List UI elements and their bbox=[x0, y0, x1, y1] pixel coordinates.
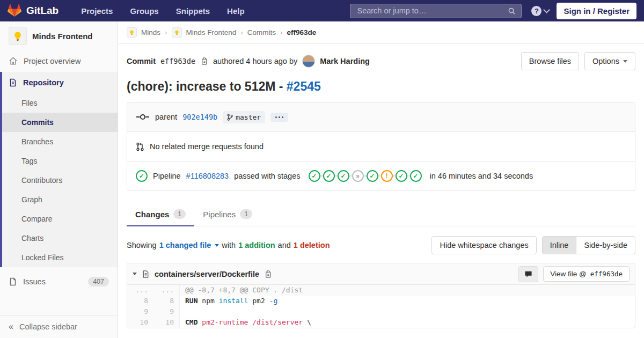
collapse-sidebar-label: Collapse sidebar bbox=[19, 322, 77, 331]
sidebar-item-label: Issues bbox=[23, 277, 46, 286]
inline-view-button[interactable]: Inline bbox=[542, 236, 577, 254]
pipeline-stage-passed-icon[interactable]: ✓ bbox=[309, 170, 320, 182]
sidebar-item-charts[interactable]: Charts bbox=[2, 229, 118, 248]
diff-file-path[interactable]: containers/server/Dockerfile bbox=[155, 270, 259, 278]
new-line-number[interactable]: ... bbox=[153, 285, 180, 296]
tab-changes[interactable]: Changes1 bbox=[127, 203, 194, 226]
sidebar-item-project-overview[interactable]: Project overview bbox=[0, 50, 118, 72]
commit-icon bbox=[136, 113, 150, 121]
sidebar-item-commits[interactable]: Commits bbox=[2, 113, 118, 132]
author-avatar[interactable] bbox=[302, 55, 315, 68]
author-name[interactable]: Mark Harding bbox=[320, 57, 370, 65]
home-icon bbox=[9, 56, 18, 65]
comment-icon bbox=[524, 270, 532, 278]
stage-connector bbox=[349, 175, 352, 177]
side-by-side-view-button[interactable]: Side-by-side bbox=[576, 236, 635, 254]
stage-connector bbox=[364, 175, 367, 177]
expand-branches-button[interactable] bbox=[270, 113, 288, 122]
issue-link[interactable]: #2545 bbox=[287, 79, 321, 93]
diff-row: ......@@ -8,7 +8,7 @@ COPY . /dist bbox=[127, 285, 635, 296]
commit-label: Commit bbox=[127, 57, 156, 65]
options-button[interactable]: Options bbox=[584, 52, 635, 70]
pipeline-stage-passed-icon[interactable]: ✓ bbox=[323, 170, 335, 182]
old-line-number[interactable]: 10 bbox=[127, 317, 153, 328]
pipeline-stage-passed-icon[interactable]: ✓ bbox=[367, 170, 378, 182]
tabs: Changes1Pipelines1 bbox=[127, 203, 635, 226]
sidebar-item-tags[interactable]: Tags bbox=[2, 151, 118, 171]
changed-files-dropdown[interactable]: 1 changed file bbox=[159, 241, 211, 249]
sidebar-item-issues[interactable]: Issues 407 bbox=[0, 270, 118, 293]
copy-path-button[interactable] bbox=[264, 270, 272, 278]
pipeline-stage-skipped-icon[interactable]: » bbox=[352, 170, 364, 182]
parent-sha-link[interactable]: 902e149b bbox=[182, 113, 217, 121]
commit-header: Commit eff963de authored 4 hours ago by … bbox=[127, 52, 635, 70]
tab-pipelines[interactable]: Pipelines1 bbox=[194, 203, 261, 226]
hide-whitespace-button[interactable]: Hide whitespace changes bbox=[431, 236, 536, 254]
nav-link-projects[interactable]: Projects bbox=[81, 6, 113, 16]
sidebar-item-contributors[interactable]: Contributors bbox=[2, 171, 118, 190]
tanuki-icon bbox=[8, 4, 21, 18]
sidebar-item-compare[interactable]: Compare bbox=[2, 209, 118, 229]
sidebar-item-branches[interactable]: Branches bbox=[2, 132, 118, 151]
search-input[interactable] bbox=[356, 6, 508, 16]
diff-file: containers/server/Dockerfile bbox=[127, 263, 635, 328]
breadcrumb-current: eff963de bbox=[287, 28, 317, 36]
pipeline-stage-passed-icon[interactable]: ✓ bbox=[338, 170, 349, 182]
search-box[interactable] bbox=[350, 4, 522, 18]
new-line-number[interactable]: 10 bbox=[153, 317, 180, 328]
sidebar-item-locked-files[interactable]: Locked Files bbox=[2, 248, 118, 267]
merge-request-icon bbox=[136, 142, 144, 151]
old-line-number[interactable]: ... bbox=[127, 285, 153, 296]
pipeline-stage-warning-icon[interactable]: ! bbox=[381, 170, 393, 182]
issues-icon bbox=[9, 277, 17, 286]
sidebar-item-files[interactable]: Files bbox=[2, 93, 118, 113]
help-menu[interactable]: ? bbox=[531, 6, 549, 16]
nav-link-groups[interactable]: Groups bbox=[130, 6, 158, 16]
diff-code-line bbox=[180, 306, 635, 317]
changed-files-label: 1 changed file bbox=[159, 241, 211, 249]
pipeline-stage-passed-icon[interactable]: ✓ bbox=[410, 170, 422, 182]
new-line-number[interactable]: 9 bbox=[153, 306, 180, 317]
old-line-number[interactable]: 9 bbox=[127, 306, 153, 317]
toggle-comments-button[interactable] bbox=[518, 266, 538, 282]
pipeline-id-link[interactable]: #116808283 bbox=[186, 172, 229, 180]
stage-connector bbox=[320, 175, 323, 177]
collapse-sidebar-button[interactable]: « Collapse sidebar bbox=[0, 315, 118, 338]
breadcrumb-separator: › bbox=[280, 28, 283, 36]
breadcrumb-link-minds[interactable]: Minds bbox=[141, 28, 160, 36]
gitlab-logo[interactable]: GitLab bbox=[8, 4, 58, 18]
pipeline-stage-passed-icon[interactable]: ✓ bbox=[396, 170, 407, 182]
new-line-number[interactable]: 8 bbox=[153, 296, 180, 306]
repository-section: Repository FilesCommitsBranchesTagsContr… bbox=[0, 72, 118, 267]
view-file-button[interactable]: View file @ eff963de bbox=[543, 266, 630, 282]
pipeline-stages: ✓✓✓»✓!✓✓ bbox=[309, 170, 422, 182]
authored-text: authored 4 hours ago by bbox=[213, 57, 297, 65]
sidebar-item-repository[interactable]: Repository bbox=[2, 72, 118, 93]
no-merge-requests-text: No related merge requests found bbox=[150, 142, 264, 151]
branch-icon bbox=[227, 114, 233, 121]
old-line-number[interactable]: 8 bbox=[127, 296, 153, 306]
collapse-diff-caret-icon[interactable] bbox=[133, 273, 137, 275]
nav-link-help[interactable]: Help bbox=[227, 6, 245, 16]
nav-link-snippets[interactable]: Snippets bbox=[176, 6, 210, 16]
breadcrumb-link-minds-frontend[interactable]: Minds Frontend bbox=[186, 28, 237, 36]
commit-sha: eff963de bbox=[160, 57, 195, 65]
browse-files-button[interactable]: Browse files bbox=[521, 52, 579, 70]
view-file-sha: eff963de bbox=[590, 270, 623, 278]
tab-label: Changes bbox=[135, 210, 169, 219]
chevron-down-icon bbox=[544, 6, 551, 13]
stage-connector bbox=[378, 175, 381, 177]
copy-sha-button[interactable] bbox=[200, 57, 208, 65]
project-context[interactable]: Minds Frontend bbox=[0, 21, 118, 50]
pipeline-row: ✓ Pipeline #116808283 passed with stages… bbox=[127, 161, 635, 190]
sidebar-item-graph[interactable]: Graph bbox=[2, 190, 118, 209]
main-content: Minds›Minds Frontend›Commits›eff963de Co… bbox=[118, 21, 644, 338]
options-label: Options bbox=[592, 57, 619, 65]
commit-title: (chore): increase to 512M - #2545 bbox=[127, 79, 635, 94]
breadcrumb-link-commits[interactable]: Commits bbox=[247, 28, 276, 36]
tab-label: Pipelines bbox=[203, 210, 236, 219]
breadcrumb-separator: › bbox=[240, 28, 243, 36]
branch-badge[interactable]: master bbox=[223, 111, 265, 123]
diff-row: 1010CMD pm2-runtime /dist/server \ bbox=[127, 317, 635, 328]
sign-in-register-button[interactable]: Sign in / Register bbox=[557, 3, 636, 19]
